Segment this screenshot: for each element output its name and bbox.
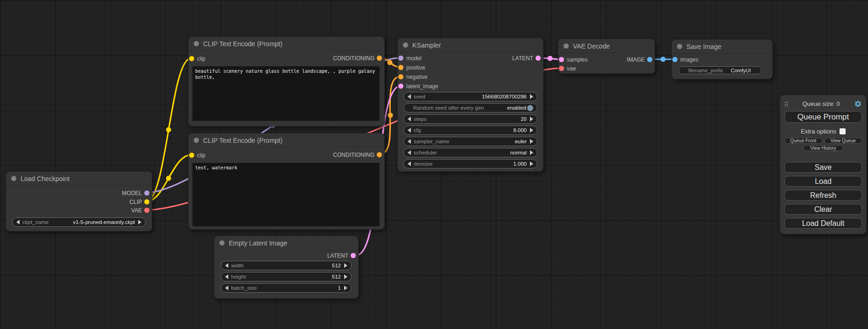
decrement-arrow-icon[interactable] [225, 286, 228, 290]
node-vae-decode[interactable]: VAE Decode samples vae IMAGE [558, 39, 655, 74]
input-label-positive: positive [406, 64, 425, 71]
load-button[interactable]: Load [784, 176, 862, 187]
link-middle-dot [388, 60, 393, 65]
widget-label: ckpt_name [22, 219, 49, 225]
widget-value: 156680208700286 [482, 94, 527, 99]
widget-width[interactable]: width 512 [221, 261, 352, 270]
output-port-image[interactable] [647, 57, 652, 62]
prompt-textarea[interactable]: text, watermark [192, 163, 380, 226]
widget-sampler-name[interactable]: sampler_name euler [403, 137, 537, 146]
input-port-clip[interactable] [189, 56, 194, 61]
collapse-dot-icon[interactable] [677, 44, 682, 49]
node-ksampler[interactable]: KSampler model positive negative latent_… [397, 38, 543, 172]
increment-arrow-icon[interactable] [530, 150, 533, 155]
node-title-bar[interactable]: Empty Latent Image [214, 236, 358, 250]
node-save-image[interactable]: Save Image images filename_prefix ComfyU… [671, 39, 773, 79]
output-port-conditioning[interactable] [377, 152, 382, 157]
widget-scheduler[interactable]: scheduler normal [403, 148, 537, 157]
increment-arrow-icon[interactable] [344, 286, 347, 290]
decrement-arrow-icon[interactable] [408, 161, 411, 166]
widget-denoise[interactable]: denoise 1.000 [403, 159, 537, 168]
widget-seed[interactable]: seed 156680208700286 [403, 92, 537, 101]
output-port-conditioning[interactable] [377, 56, 382, 61]
node-clip-text-encode-positive[interactable]: CLIP Text Encode (Prompt) clip CONDITION… [188, 36, 385, 126]
queue-size-label: Queue size: 0 [788, 100, 854, 107]
node-title-bar[interactable]: Load Checkpoint [6, 172, 152, 186]
increment-arrow-icon[interactable] [344, 263, 347, 268]
node-clip-text-encode-negative[interactable]: CLIP Text Encode (Prompt) clip CONDITION… [188, 133, 385, 230]
widget-steps[interactable]: steps 20 [403, 114, 537, 124]
input-port-clip[interactable] [189, 153, 194, 158]
input-port-latent-image[interactable] [398, 84, 403, 89]
queue-prompt-button[interactable]: Queue Prompt [784, 111, 862, 123]
increment-arrow-icon[interactable] [138, 220, 141, 224]
node-title-bar[interactable]: VAE Decode [558, 39, 655, 53]
decrement-arrow-icon[interactable] [408, 150, 411, 155]
decrement-arrow-icon[interactable] [408, 139, 411, 144]
collapse-dot-icon[interactable] [194, 41, 199, 46]
increment-arrow-icon[interactable] [530, 161, 533, 166]
drag-handle-icon[interactable] [784, 101, 788, 107]
widget-value: ComfyUI [731, 68, 751, 73]
decrement-arrow-icon[interactable] [408, 128, 411, 133]
node-title: CLIP Text Encode (Prompt) [203, 137, 282, 144]
increment-arrow-icon[interactable] [530, 117, 533, 121]
node-title: Load Checkpoint [21, 175, 70, 182]
view-queue-button[interactable]: View Queue [825, 138, 862, 144]
increment-arrow-icon[interactable] [530, 128, 533, 133]
widget-cfg[interactable]: cfg 8.000 [403, 126, 537, 135]
view-history-button[interactable]: View History [803, 145, 843, 151]
widget-ckpt-name[interactable]: ckpt_name v1-5-pruned-emaonly.ckpt [12, 217, 146, 227]
refresh-button[interactable]: Refresh [784, 190, 862, 201]
collapse-dot-icon[interactable] [11, 176, 16, 181]
node-title: Empty Latent Image [229, 239, 287, 247]
input-port-images[interactable] [672, 57, 677, 62]
decrement-arrow-icon[interactable] [225, 263, 228, 268]
increment-arrow-icon[interactable] [530, 94, 533, 99]
increment-arrow-icon[interactable] [344, 274, 347, 279]
output-port-model[interactable] [144, 190, 149, 196]
collapse-dot-icon[interactable] [403, 42, 408, 48]
decrement-arrow-icon[interactable] [16, 220, 20, 224]
output-port-clip[interactable] [144, 199, 149, 204]
node-title-bar[interactable]: CLIP Text Encode (Prompt) [189, 133, 384, 147]
toggle-dot-icon[interactable] [527, 105, 533, 111]
collapse-dot-icon[interactable] [219, 240, 225, 245]
queue-front-button[interactable]: Queue Front [784, 138, 822, 144]
input-port-vae[interactable] [559, 66, 564, 71]
input-port-positive[interactable] [398, 65, 403, 70]
widget-batch-size[interactable]: batch_size 1 [221, 283, 352, 293]
node-title-bar[interactable]: KSampler [398, 38, 543, 52]
load-default-button[interactable]: Load Default [784, 218, 862, 229]
clear-button[interactable]: Clear [784, 204, 862, 215]
decrement-arrow-icon[interactable] [408, 94, 411, 99]
input-port-negative[interactable] [398, 74, 403, 79]
widget-value: normal [510, 150, 527, 155]
increment-arrow-icon[interactable] [530, 139, 533, 144]
node-load-checkpoint[interactable]: Load Checkpoint MODEL CLIP VAE ckpt_name… [6, 171, 152, 231]
queue-panel[interactable]: Queue size: 0 Queue Prompt Extra options… [780, 95, 867, 234]
prompt-textarea[interactable]: beautiful scenery nature glass bottle la… [192, 66, 380, 121]
widget-height[interactable]: height 512 [221, 272, 352, 281]
settings-gear-icon[interactable] [854, 100, 862, 108]
output-port-latent[interactable] [351, 253, 356, 258]
node-empty-latent-image[interactable]: Empty Latent Image LATENT width 512 heig… [214, 236, 359, 299]
extra-options-checkbox[interactable] [840, 128, 846, 134]
node-title-bar[interactable]: Save Image [672, 40, 772, 54]
widget-random-seed-toggle[interactable]: Random seed after every gen enabled [403, 103, 537, 112]
widget-filename-prefix[interactable]: filename_prefix ComfyUI [678, 66, 762, 74]
widget-label: width [231, 263, 244, 268]
input-port-samples[interactable] [559, 57, 564, 62]
comfyui-canvas[interactable]: { "colors": { "model": "#b39ddb", "clip"… [0, 0, 868, 329]
link-middle-dot [661, 57, 666, 62]
input-port-model[interactable] [398, 56, 403, 61]
collapse-dot-icon[interactable] [194, 138, 199, 143]
output-port-vae[interactable] [144, 208, 149, 213]
decrement-arrow-icon[interactable] [408, 117, 411, 121]
save-button[interactable]: Save [784, 162, 862, 173]
widget-value: 512 [332, 263, 341, 268]
collapse-dot-icon[interactable] [564, 43, 569, 49]
output-port-latent[interactable] [536, 56, 541, 61]
decrement-arrow-icon[interactable] [225, 274, 228, 279]
node-title-bar[interactable]: CLIP Text Encode (Prompt) [189, 37, 384, 51]
